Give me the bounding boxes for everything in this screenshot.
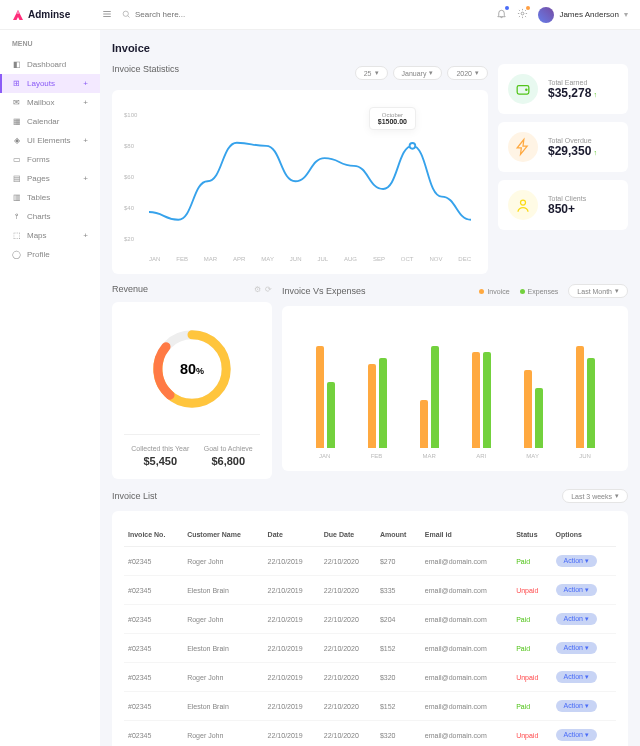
goal-value: $6,800 [204, 455, 253, 467]
stat-label: Total Overdue [548, 137, 597, 144]
stat-card-total-overdue: Total Overdue$29,350↑ [498, 122, 628, 172]
invoice-table: Invoice No.Customer NameDateDue DateAmou… [124, 523, 616, 746]
cell-due: 22/10/2020 [320, 547, 376, 576]
stat-card-total-earned: Total Earned$35,278↑ [498, 64, 628, 114]
sidebar-item-charts[interactable]: ⫯Charts [0, 207, 100, 226]
cell-date: 22/10/2019 [264, 692, 320, 721]
table-row: #02345Roger John22/10/201922/10/2020$320… [124, 721, 616, 747]
calendar-icon: ▦ [12, 117, 21, 126]
cell-no: #02345 [124, 634, 183, 663]
bar-x-label: MAR [423, 453, 436, 459]
action-button[interactable]: Action ▾ [556, 729, 597, 741]
sidebar-item-calendar[interactable]: ▦Calendar [0, 112, 100, 131]
chevron-down-icon: ▾ [475, 69, 479, 77]
menu-label: Layouts [27, 79, 55, 88]
action-button[interactable]: Action ▾ [556, 700, 597, 712]
bar-expenses [587, 358, 595, 448]
cell-no: #02345 [124, 547, 183, 576]
sidebar-item-maps[interactable]: ⬚Maps+ [0, 226, 100, 245]
bar-expenses [379, 358, 387, 448]
cell-name: Roger John [183, 721, 263, 747]
cell-email: email@domain.com [421, 547, 512, 576]
menu-label: Tables [27, 193, 50, 202]
cell-due: 22/10/2020 [320, 721, 376, 747]
ui-icon: ◈ [12, 136, 21, 145]
bar-expenses [535, 388, 543, 448]
col-header: Amount [376, 523, 421, 547]
sidebar-item-ui-elements[interactable]: ◈UI Elements+ [0, 131, 100, 150]
sidebar-item-layouts[interactable]: ⊞Layouts+ [0, 74, 100, 93]
donut-percent: 80 [180, 361, 196, 377]
pages-icon: ▤ [12, 174, 21, 183]
sidebar-item-mailbox[interactable]: ✉Mailbox+ [0, 93, 100, 112]
menu-label: UI Elements [27, 136, 71, 145]
svg-point-0 [123, 11, 128, 16]
action-button[interactable]: Action ▾ [556, 642, 597, 654]
bar-chart [294, 318, 616, 448]
bar-group [368, 358, 387, 448]
cell-amount: $320 [376, 663, 421, 692]
settings-icon[interactable]: ⚙ [254, 285, 261, 294]
notifications-button[interactable] [496, 8, 507, 21]
bar-x-label: FEB [371, 453, 383, 459]
sidebar-item-tables[interactable]: ▥Tables [0, 188, 100, 207]
x-tick: APR [233, 256, 245, 262]
ive-filter[interactable]: Last Month▾ [568, 284, 628, 298]
cell-date: 22/10/2019 [264, 576, 320, 605]
x-tick: SEP [373, 256, 385, 262]
menu-label: Calendar [27, 117, 59, 126]
chart-tooltip: October $1500.00 [369, 107, 416, 130]
settings-button[interactable] [517, 8, 528, 21]
cell-due: 22/10/2020 [320, 663, 376, 692]
action-button[interactable]: Action ▾ [556, 613, 597, 625]
profile-icon: ◯ [12, 250, 21, 259]
chevron-down-icon: ▾ [375, 69, 379, 77]
search-input[interactable] [135, 10, 240, 19]
bar-group [524, 370, 543, 448]
stats-title: Invoice Statistics [112, 64, 179, 74]
table-row: #02345Roger John22/10/201922/10/2020$204… [124, 605, 616, 634]
bar-group [472, 352, 491, 448]
refresh-icon[interactable]: ⟳ [265, 285, 272, 294]
maps-icon: ⬚ [12, 231, 21, 240]
y-tick: $20 [124, 236, 137, 242]
x-tick: FEB [176, 256, 188, 262]
bar-expenses [431, 346, 439, 448]
table-row: #02345Eleston Brain22/10/201922/10/2020$… [124, 634, 616, 663]
filter-2020[interactable]: 2020▾ [447, 66, 488, 80]
legend-expenses: Expenses [528, 288, 559, 295]
layouts-icon: ⊞ [12, 79, 21, 88]
cell-email: email@domain.com [421, 692, 512, 721]
menu-toggle[interactable] [102, 9, 112, 21]
arrow-up-icon: ↑ [593, 149, 597, 156]
filter-25[interactable]: 25▾ [355, 66, 388, 80]
menu-label: Dashboard [27, 60, 66, 69]
cell-name: Roger John [183, 547, 263, 576]
cell-status: Unpaid [512, 663, 551, 692]
bar-invoice [576, 346, 584, 448]
stats-card: $100$80$60$40$20 October $1500.00 JANFEB… [112, 90, 488, 274]
cell-name: Eleston Brain [183, 692, 263, 721]
action-button[interactable]: Action ▾ [556, 671, 597, 683]
search-box[interactable] [122, 10, 240, 19]
sidebar-item-dashboard[interactable]: ◧Dashboard [0, 55, 100, 74]
sidebar-item-forms[interactable]: ▭Forms [0, 150, 100, 169]
notification-dot [505, 6, 509, 10]
y-tick: $40 [124, 205, 137, 211]
cell-date: 22/10/2019 [264, 634, 320, 663]
x-tick: JUL [317, 256, 328, 262]
stat-value: $35,278↑ [548, 86, 597, 100]
user-menu[interactable]: James Anderson ▾ [538, 7, 628, 23]
sidebar-item-profile[interactable]: ◯Profile [0, 245, 100, 264]
menu-label: Maps [27, 231, 47, 240]
action-button[interactable]: Action ▾ [556, 584, 597, 596]
col-header: Options [552, 523, 617, 547]
avatar [538, 7, 554, 23]
filter-january[interactable]: January▾ [393, 66, 443, 80]
goal-label: Goal to Achieve [204, 445, 253, 452]
action-button[interactable]: Action ▾ [556, 555, 597, 567]
list-card: Invoice No.Customer NameDateDue DateAmou… [112, 511, 628, 746]
list-filter[interactable]: Last 3 weeks▾ [562, 489, 628, 503]
logo[interactable]: Adminse [12, 9, 102, 21]
sidebar-item-pages[interactable]: ▤Pages+ [0, 169, 100, 188]
